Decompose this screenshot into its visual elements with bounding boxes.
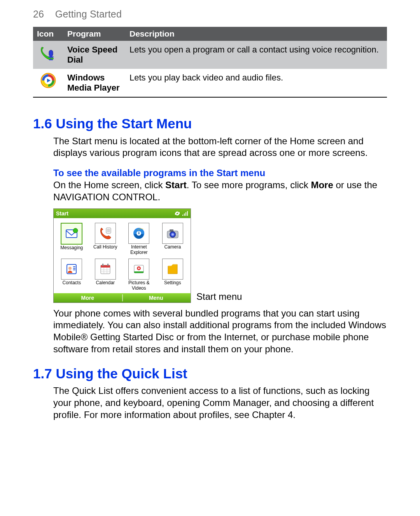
softkey-menu[interactable]: Menu (149, 295, 163, 301)
start-item-label: Calendar (96, 280, 115, 290)
table-row: Voice Speed Dial Lets you open a program… (33, 41, 387, 69)
ie-icon (128, 223, 149, 244)
start-item-label: Camera (164, 245, 181, 255)
start-item-label: Call History (93, 245, 117, 255)
svg-rect-33 (107, 264, 108, 266)
signal-icon (182, 211, 188, 216)
svg-rect-19 (138, 232, 140, 233)
program-description: Lets you play back video and audio files… (126, 69, 387, 97)
call-history-icon (95, 223, 116, 244)
camera-icon (162, 223, 183, 244)
sync-icon (174, 211, 180, 216)
svg-point-24 (172, 233, 174, 236)
start-item-label: Pictures & Videos (128, 280, 150, 290)
svg-point-40 (138, 268, 140, 269)
col-header-icon: Icon (33, 27, 63, 41)
section-heading-1-6: 1.6 Using the Start Menu (33, 116, 387, 131)
section-1-6-para2: Your phone comes with several bundled pr… (53, 308, 387, 355)
start-item-camera[interactable]: Camera (156, 221, 189, 256)
svg-rect-10 (187, 211, 188, 216)
start-menu-softkeys: More Menu (54, 293, 191, 303)
svg-rect-41 (134, 271, 144, 273)
pictures-icon (128, 259, 149, 280)
svg-rect-2 (51, 56, 51, 59)
settings-icon (162, 259, 183, 280)
section-heading-1-7: 1.7 Using the Quick List (33, 366, 387, 381)
start-item-label: Contacts (63, 280, 81, 290)
section-1-7-intro: The Quick List offers convenient access … (53, 385, 387, 421)
start-item-calendar[interactable]: Calendar (89, 257, 122, 291)
start-item-label: Internet Explorer (130, 245, 148, 255)
page-number: 26 (33, 9, 44, 19)
softkey-more[interactable]: More (81, 295, 94, 301)
program-table: Icon Program Description (33, 27, 387, 98)
start-menu-grid: Messaging Call History Internet Explorer (54, 218, 191, 293)
svg-rect-20 (138, 233, 140, 234)
start-item-label: Messaging (60, 245, 83, 255)
calendar-icon (95, 259, 116, 280)
svg-point-12 (73, 228, 78, 233)
start-item-ie[interactable]: Internet Explorer (122, 221, 156, 256)
table-row: Windows Media Player Lets you play back … (33, 69, 387, 97)
start-menu-mock: Start Messaging (53, 208, 191, 303)
start-item-call-history[interactable]: Call History (89, 221, 122, 256)
col-header-description: Description (126, 27, 387, 41)
page-section-title: Getting Started (55, 9, 122, 19)
start-item-pictures[interactable]: Pictures & Videos (122, 257, 156, 291)
program-description: Lets you open a program or call a contac… (126, 41, 387, 69)
start-menu-figure: Start Messaging (53, 208, 387, 303)
start-item-messaging[interactable]: Messaging (55, 221, 88, 256)
svg-rect-3 (49, 59, 53, 60)
svg-rect-31 (101, 265, 110, 268)
start-item-label: Settings (164, 280, 181, 290)
svg-rect-9 (186, 212, 186, 216)
start-menu-title: Start (56, 210, 68, 217)
start-menu-titlebar: Start (54, 209, 191, 218)
svg-point-26 (68, 267, 72, 270)
section-1-6-intro: The Start menu is located at the bottom-… (53, 135, 387, 159)
start-menu-caption: Start menu (196, 291, 242, 303)
start-item-contacts[interactable]: Contacts (55, 257, 88, 291)
running-header: 26 Getting Started (33, 9, 387, 20)
section-1-6-para1: On the Home screen, click Start. To see … (53, 179, 387, 203)
svg-rect-8 (184, 213, 185, 216)
program-name: Voice Speed Dial (63, 41, 126, 69)
svg-rect-7 (182, 215, 183, 216)
col-header-program: Program (63, 27, 126, 41)
windows-media-player-icon (37, 73, 60, 88)
voice-speed-dial-icon (37, 45, 60, 62)
section-1-6-subhead: To see the available programs in the Sta… (53, 168, 387, 178)
messaging-icon (61, 223, 82, 245)
start-item-settings[interactable]: Settings (156, 257, 189, 291)
svg-rect-0 (49, 50, 53, 56)
svg-rect-32 (102, 264, 103, 266)
contacts-icon (61, 259, 82, 280)
program-name: Windows Media Player (63, 69, 126, 97)
